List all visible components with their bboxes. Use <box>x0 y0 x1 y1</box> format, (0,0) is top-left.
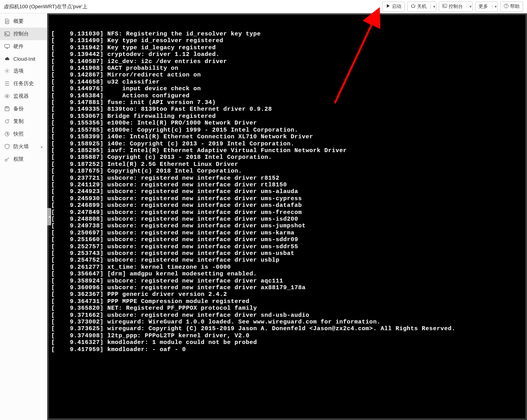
list-icon <box>4 80 10 87</box>
chevron-down-icon[interactable]: ▾ <box>467 4 471 9</box>
terminal-icon <box>442 4 447 9</box>
help-icon <box>504 4 508 9</box>
shutdown-button-label: 关机 <box>417 3 427 10</box>
sidebar-item-hardware[interactable]: 硬件 <box>0 40 47 53</box>
start-button[interactable]: 启动 <box>382 2 405 12</box>
sidebar-item-label: 选项 <box>13 67 24 74</box>
vm-console[interactable]: [ 9.131030] NFS: Registering the id_reso… <box>49 15 525 418</box>
console-button-label: 控制台 <box>449 3 463 10</box>
sidebar-item-taskhistory[interactable]: 任务历史 <box>0 77 47 90</box>
sidebar-item-firewall[interactable]: 防火墙▸ <box>0 140 47 153</box>
cloud-icon <box>4 56 10 62</box>
sidebar-item-options[interactable]: 选项 <box>0 65 47 77</box>
sidebar-item-cloudinit[interactable]: Cloud-Init <box>0 53 47 65</box>
save-icon <box>4 106 10 112</box>
shield-icon <box>4 143 10 150</box>
header-bar: 虚拟机100 (OpenWRT)在节点'pve'上 启动 关机 ▾ 控制台 ▾ … <box>0 0 527 13</box>
sidebar-collapse-handle[interactable]: ◂ <box>47 208 51 225</box>
doc-icon <box>4 18 10 24</box>
terminal-icon <box>4 31 10 37</box>
header-actions: 启动 关机 ▾ 控制台 ▾ 更多 ▾ 帮助 <box>382 2 523 12</box>
start-button-label: 启动 <box>392 3 401 10</box>
sidebar-item-label: 硬件 <box>13 43 24 50</box>
power-icon <box>411 4 416 9</box>
page-title: 虚拟机100 (OpenWRT)在节点'pve'上 <box>4 3 87 10</box>
gear-icon <box>4 68 10 74</box>
chevron-right-icon: ▸ <box>41 145 43 149</box>
sidebar-item-label: 快照 <box>13 130 24 138</box>
eye-icon <box>4 93 10 99</box>
play-icon <box>386 4 390 9</box>
help-button[interactable]: 帮助 <box>500 2 523 12</box>
sidebar-item-label: 概要 <box>13 18 24 25</box>
sidebar-item-label: Cloud-Init <box>13 56 35 62</box>
sidebar-item-label: 权限 <box>13 156 24 163</box>
sidebar-item-backup[interactable]: 备份 <box>0 102 47 115</box>
sidebar-item-snapshot[interactable]: 快照 <box>0 128 47 140</box>
shutdown-button[interactable]: 关机 ▾ <box>407 2 436 12</box>
sidebar-item-label: 控制台 <box>13 30 29 37</box>
sidebar-item-label: 防火墙 <box>13 143 29 150</box>
chevron-down-icon[interactable]: ▾ <box>492 4 497 9</box>
sidebar: 概要控制台硬件Cloud-Init选项任务历史监视器备份复制快照防火墙▸权限 <box>0 13 47 420</box>
key-icon <box>4 156 10 162</box>
refresh-icon <box>4 118 10 125</box>
sidebar-item-label: 监视器 <box>13 93 29 100</box>
main-area: 概要控制台硬件Cloud-Init选项任务历史监视器备份复制快照防火墙▸权限 ◂… <box>0 13 527 420</box>
sidebar-item-label: 任务历史 <box>13 80 34 87</box>
sidebar-item-label: 复制 <box>13 118 24 125</box>
content-area: ◂ [ 9.131030] NFS: Registering the id_re… <box>47 13 527 420</box>
more-button[interactable]: 更多 ▾ <box>475 2 498 12</box>
sidebar-item-monitor[interactable]: 监视器 <box>0 90 47 102</box>
more-button-label: 更多 <box>479 3 488 10</box>
chevron-down-icon[interactable]: ▾ <box>431 4 435 9</box>
console-button[interactable]: 控制台 ▾ <box>439 2 473 12</box>
sidebar-item-permissions[interactable]: 权限 <box>0 153 47 165</box>
sidebar-item-label: 备份 <box>13 105 24 112</box>
help-button-label: 帮助 <box>510 3 520 10</box>
sidebar-item-console[interactable]: 控制台 <box>0 28 47 40</box>
sidebar-item-replication[interactable]: 复制 <box>0 115 47 128</box>
monitor-icon <box>4 43 10 50</box>
sidebar-item-summary[interactable]: 概要 <box>0 15 47 28</box>
history-icon <box>4 131 10 137</box>
